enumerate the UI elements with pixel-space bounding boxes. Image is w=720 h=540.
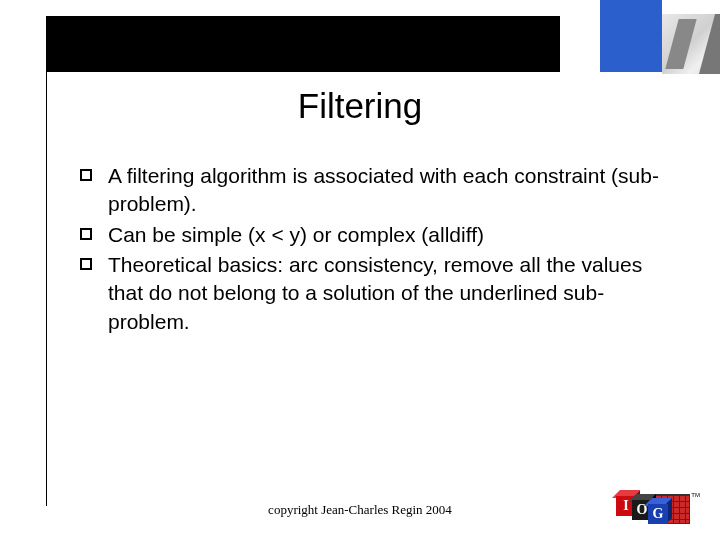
square-bullet-icon	[80, 258, 92, 270]
list-item: Theoretical basics: arc consistency, rem…	[80, 251, 670, 336]
list-item-text: Can be simple (x < y) or complex (alldif…	[108, 221, 670, 249]
header-photo	[662, 14, 720, 74]
slide-title: Filtering	[0, 86, 720, 126]
ilog-logo: I O G TM	[614, 494, 690, 524]
header-band	[46, 16, 720, 72]
footer-copyright: copyright Jean-Charles Regin 2004	[0, 502, 720, 518]
square-bullet-icon	[80, 169, 92, 181]
trademark-icon: TM	[691, 492, 700, 498]
logo-letter-g: G	[648, 504, 668, 524]
list-item-text: A filtering algorithm is associated with…	[108, 162, 670, 219]
header-blackbar	[46, 16, 560, 72]
slide-body: A filtering algorithm is associated with…	[80, 162, 670, 338]
list-item: A filtering algorithm is associated with…	[80, 162, 670, 219]
square-bullet-icon	[80, 228, 92, 240]
list-item: Can be simple (x < y) or complex (alldif…	[80, 221, 670, 249]
header-bluebar	[600, 0, 662, 72]
logo-cube-blue: G	[648, 504, 668, 524]
list-item-text: Theoretical basics: arc consistency, rem…	[108, 251, 670, 336]
